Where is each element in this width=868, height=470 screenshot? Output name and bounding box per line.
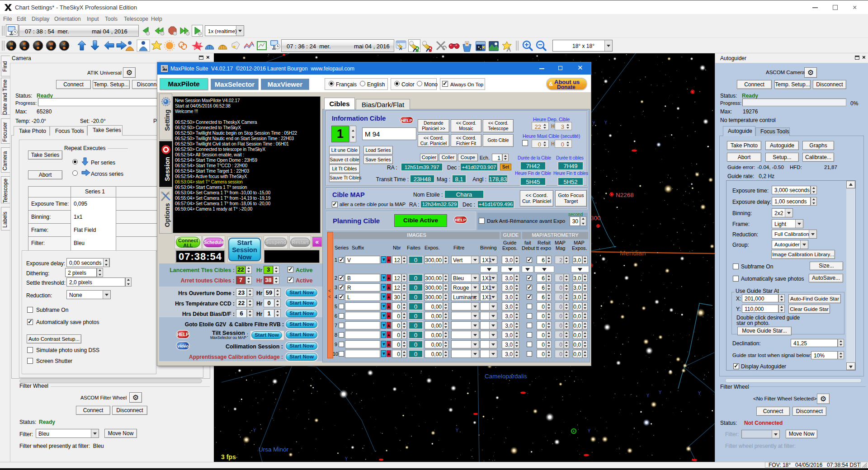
svg-text:Z: Z <box>63 42 66 46</box>
svg-text:300: 300 <box>590 215 601 221</box>
svg-text:W: W <box>49 42 53 46</box>
svg-text:E: E <box>23 42 26 46</box>
svg-text:Camelopardalis: Camelopardalis <box>485 373 527 380</box>
svg-text:S: S <box>37 42 39 46</box>
svg-text:3 fps: 3 fps <box>221 453 236 461</box>
svg-text:N: N <box>10 42 13 46</box>
svg-text:N2268: N2268 <box>616 192 634 198</box>
svg-text:Meridian: Meridian <box>620 249 646 257</box>
svg-text:Ursa Minor: Ursa Minor <box>259 446 289 453</box>
